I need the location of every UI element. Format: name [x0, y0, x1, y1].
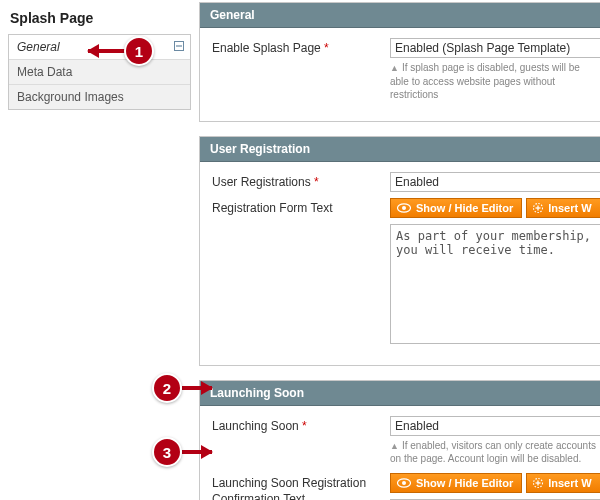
svg-point-3: [402, 206, 406, 210]
triangle-icon: ▲: [390, 63, 399, 73]
sidebar-item-general[interactable]: General: [9, 35, 190, 60]
show-hide-editor-button[interactable]: Show / Hide Editor: [390, 198, 522, 218]
enable-splash-select[interactable]: Enabled (Splash Page Template): [390, 38, 600, 58]
callout-3: 3: [152, 437, 182, 467]
sidebar-title: Splash Page: [8, 6, 191, 34]
sidebar-item-label: Background Images: [17, 90, 124, 104]
user-registrations-label: User Registrations *: [212, 172, 390, 191]
show-hide-editor-button[interactable]: Show / Hide Editor: [390, 473, 522, 493]
expand-icon: [174, 41, 184, 51]
eye-icon: [397, 478, 411, 488]
sidebar: Splash Page General Meta Data Background…: [0, 0, 195, 500]
arrow-icon: [182, 386, 212, 390]
sidebar-item-background-images[interactable]: Background Images: [9, 85, 190, 109]
launching-soon-confirmation-label: Launching Soon Registration Confirmation…: [212, 473, 390, 500]
enable-splash-label: Enable Splash Page *: [212, 38, 390, 57]
launching-soon-label: Launching Soon *: [212, 416, 390, 435]
section-user-registration: User Registration User Registrations * E…: [199, 136, 600, 366]
eye-icon: [397, 203, 411, 213]
user-registrations-select[interactable]: Enabled: [390, 172, 600, 192]
registration-form-textarea[interactable]: [390, 224, 600, 344]
callout-2: 2: [152, 373, 182, 403]
insert-widget-button[interactable]: Insert W: [526, 198, 600, 218]
section-launching-soon: Launching Soon Launching Soon * Enabled …: [199, 380, 600, 500]
arrow-icon: [182, 450, 212, 454]
svg-point-8: [402, 481, 406, 485]
triangle-icon: ▲: [390, 441, 399, 451]
main-panel: General Enable Splash Page * Enabled (Sp…: [195, 0, 600, 500]
section-header: General: [200, 3, 600, 28]
arrow-icon: [88, 49, 125, 53]
sidebar-item-meta-data[interactable]: Meta Data: [9, 60, 190, 85]
section-header: Launching Soon: [200, 381, 600, 406]
callout-1: 1: [124, 36, 154, 66]
section-general: General Enable Splash Page * Enabled (Sp…: [199, 2, 600, 122]
launching-soon-select[interactable]: Enabled: [390, 416, 600, 436]
insert-widget-button[interactable]: Insert W: [526, 473, 600, 493]
sidebar-list: General Meta Data Background Images: [8, 34, 191, 110]
launching-soon-hint: ▲If enabled, visitors can only create ac…: [390, 436, 600, 468]
sidebar-item-label: Meta Data: [17, 65, 72, 79]
enable-splash-hint: ▲If splash page is disabled, guests will…: [390, 58, 600, 103]
section-header: User Registration: [200, 137, 600, 162]
sidebar-item-label: General: [17, 40, 60, 54]
plus-icon: [533, 478, 543, 488]
plus-icon: [533, 203, 543, 213]
registration-form-text-label: Registration Form Text: [212, 198, 390, 217]
